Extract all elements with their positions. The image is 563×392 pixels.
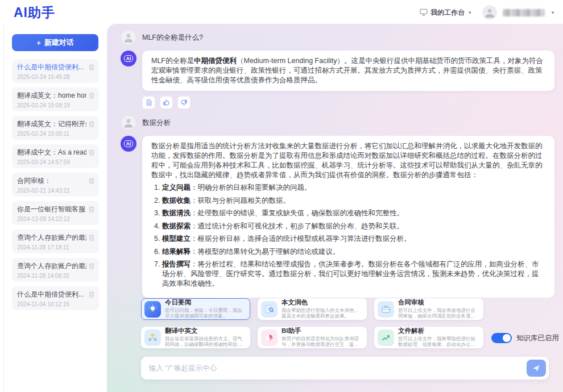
conversation-time: 2025-02-24 15:00:11 — [17, 131, 86, 137]
knowledge-base-label: 知识库已启用 — [516, 333, 559, 343]
trash-icon[interactable] — [88, 233, 95, 241]
sidebar: + 新建对话 什么是中期借贷便利... 2025-02-24 15:45:28 … — [0, 24, 107, 392]
ai-avatar: AI — [121, 51, 136, 66]
card-desc: 我会旨在保留原始信息的含义、语气和风格，以确保翻译的准确性和自然流畅。 — [165, 336, 245, 348]
app: AI助手 我的工作台 ▼ ▼ + 新建对话 什么是中期借贷便利... — [0, 0, 563, 392]
conversation-title: 翻译成英文：home home — [17, 91, 86, 101]
trash-icon[interactable] — [88, 63, 95, 70]
trash-icon[interactable] — [88, 205, 95, 212]
ai-message: AI MLF的全称是中期借贷便利（Medium-term Lending Fac… — [121, 51, 554, 91]
conversation-time: 2025-02-24 15:08:19 — [17, 102, 86, 109]
card-desc: 您可以上传文件，我将帮助您进行如数据处理、信息检索、自动化办公等。 — [398, 336, 478, 348]
list-item: 数据收集：获取与分析问题相关的数据。 — [162, 196, 545, 206]
user-avatar — [121, 30, 136, 45]
document-magnifier-icon — [261, 301, 278, 318]
ai-text-bold: 中期借贷便利 — [194, 57, 237, 65]
chat-area: MLF的全称是什么? AI MLF的全称是中期借贷便利（Medium-term … — [107, 24, 563, 298]
conversation-title: 查询个人存款账户的最新... — [17, 233, 86, 243]
conversation-time: 2025-02-24 14:57:59 — [17, 159, 86, 165]
trash-icon[interactable] — [88, 148, 95, 156]
chevron-down-icon[interactable]: ▼ — [550, 10, 555, 15]
send-button[interactable] — [527, 360, 546, 377]
message-actions — [142, 96, 554, 109]
card-desc: 您可以上传文件，我会有效地进行合同审核，确保合同满足您的业务需求。 — [398, 307, 478, 319]
ai-text: 数据分析是指用适当的统计分析方法对收集来的大量数据进行分析，将它们加以汇总和理解… — [151, 142, 543, 179]
top-header: AI助手 我的工作台 ▼ ▼ — [0, 0, 563, 24]
list-item: 结果解释：将模型的结果转化为易于理解的结论或建议。 — [162, 247, 545, 257]
conversation-item[interactable]: 翻译成英文：home home 2025-02-24 15:08:19 — [12, 87, 99, 111]
card-desc: 我会帮助您进行您输入的文本润色，提高文本的流畅度和表达效果。 — [282, 307, 362, 319]
ai-message-card: MLF的全称是中期借贷便利（Medium-term Lending Facili… — [142, 51, 554, 91]
card-bi-assistant[interactable]: BI助手 将用户的自然语言转化为SQL查询语句，并直接与数据库进行交互，返回智能… — [258, 327, 367, 348]
card-contract-review[interactable]: 合同审核 您可以上传文件，我会有效地进行合同审核，确保合同满足您的业务需求。 — [374, 298, 483, 320]
card-file-parse[interactable]: 文件解析 您可以上传文件，我将帮助您进行如数据处理、信息检索、自动化办公等。 — [374, 327, 483, 348]
ai-message-card: 数据分析是指用适当的统计分析方法对收集来的大量数据进行分析，将它们加以汇总和理解… — [142, 136, 554, 298]
card-title: 翻译中英文 — [165, 327, 245, 335]
conversation-title: 什么是中期借贷便利... — [17, 290, 86, 299]
new-chat-label: 新建对话 — [44, 37, 74, 48]
list-item: 数据清洗：处理数据中的错误、重复或缺失值，确保数据的准确性和完整性。 — [162, 208, 545, 218]
knowledge-base-toggle[interactable] — [491, 333, 512, 343]
card-title: 文件解析 — [398, 327, 478, 335]
card-daily-news[interactable]: 今日要闻 您可以问我，例如：今日要闻，我会尽力提供准确和可靠的答案。 — [141, 298, 250, 320]
conversation-title: 什么是中期借贷便利... — [17, 62, 86, 72]
chevron-down-icon: ▼ — [467, 10, 472, 15]
card-title: 合同审核 — [398, 299, 478, 307]
card-translate[interactable]: 翻译中英文 我会旨在保留原始信息的含义、语气和风格，以确保翻译的准确性和自然流畅… — [141, 327, 250, 348]
conversation-item[interactable]: 查询个人存款账户的最新... 2024-11-28 14:06:32 — [12, 258, 99, 282]
trash-icon[interactable] — [88, 262, 95, 269]
list-item: 数据探索：通过统计分析和可视化技术，初步了解数据的分布、趋势和关联。 — [162, 222, 545, 231]
copy-button[interactable] — [142, 96, 155, 109]
user-avatar[interactable] — [482, 5, 497, 20]
trash-icon[interactable] — [88, 91, 95, 99]
analysis-steps-list: 定义问题：明确分析的目标和需要解决的问题。 数据收集：获取与分析问题相关的数据。… — [151, 183, 545, 289]
user-message: MLF的全称是什么? — [121, 30, 554, 45]
thumbs-up-button[interactable] — [160, 96, 173, 109]
card-title: 今日要闻 — [165, 299, 245, 307]
conversation-time: 2024-11-28 14:06:32 — [17, 273, 86, 279]
message-input[interactable] — [149, 364, 527, 372]
plus-icon: + — [36, 39, 41, 47]
card-desc: 您可以问我，例如：今日要闻，我会尽力提供准确和可靠的答案。 — [165, 307, 245, 319]
workbench-label: 我的工作台 — [430, 8, 465, 18]
trash-icon[interactable] — [88, 290, 95, 298]
conversation-item[interactable]: 什么是中期借贷便利... 2025-02-24 15:45:28 — [12, 59, 99, 83]
app-logo: AI助手 — [14, 4, 55, 22]
thumbs-down-button[interactable] — [177, 96, 191, 109]
list-item: 定义问题：明确分析的目标和需要解决的问题。 — [162, 183, 545, 193]
card-desc: 将用户的自然语言转化为SQL查询语句，并直接与数据库进行交互，返回智能推荐的图表… — [282, 336, 362, 348]
conversation-time: 2025-02-24 15:45:28 — [17, 74, 86, 80]
translate-icon — [144, 330, 161, 346]
ai-text: MLF的全称是 — [151, 57, 194, 65]
card-title: 本文润色 — [282, 299, 362, 307]
user-message: 数据分析 — [121, 115, 554, 131]
trash-icon[interactable] — [88, 120, 95, 127]
conversation-item[interactable]: 什么是中期借贷便利... 2024-11-04 10:12:15 — [12, 286, 99, 310]
main-panel: MLF的全称是什么? AI MLF的全称是中期借贷便利（Medium-term … — [107, 24, 563, 392]
conversation-list: 什么是中期借贷便利... 2025-02-24 15:45:28 翻译成英文：h… — [2, 59, 107, 310]
conversation-title: 查询个人存款账户的最新... — [17, 261, 86, 271]
conversation-time: 2024-11-04 10:12:15 — [17, 301, 86, 307]
composer — [141, 357, 549, 380]
user-message-text: 数据分析 — [142, 118, 171, 128]
list-item: 报告撰写：将分析过程、结果和结论整理成报告，供决策者参考。数据分析在各个领域都有… — [162, 260, 545, 289]
conversation-item[interactable]: 翻译成中文：As a reader... 2025-02-24 14:57:59 — [12, 144, 99, 168]
conversation-item[interactable]: 查询个人存款账户的最新... 2024-11-28 17:18:11 — [12, 230, 99, 253]
conversation-item[interactable]: 你是一位银行智能客服，... 2024-12-09 14:22:12 — [12, 201, 99, 225]
new-chat-button[interactable]: + 新建对话 — [12, 34, 98, 51]
conversation-item[interactable]: 合同审核： 2025-02-21 14:43:21 — [12, 173, 99, 197]
workbench-menu[interactable]: 我的工作台 ▼ — [420, 8, 472, 18]
user-avatar — [121, 115, 136, 131]
conversation-time: 2024-12-09 14:22:12 — [17, 216, 86, 222]
username-redacted[interactable] — [503, 9, 545, 16]
ai-badge: AI — [124, 55, 133, 62]
conversation-item[interactable]: 翻译成英文：记得刚开始... 2025-02-24 15:00:11 — [12, 116, 99, 140]
lightbulb-icon — [144, 301, 161, 318]
feature-cards: 今日要闻 您可以问我，例如：今日要闻，我会尽力提供准确和可靠的答案。 本文润色 … — [141, 298, 483, 348]
ai-badge: AI — [124, 140, 133, 148]
conversation-title: 翻译成英文：记得刚开始... — [17, 119, 86, 129]
card-title: BI助手 — [282, 327, 362, 335]
card-text-polish[interactable]: 本文润色 我会帮助您进行您输入的文本润色，提高文本的流畅度和表达效果。 — [258, 298, 367, 320]
list-item: 模型建立：根据分析目标，选择合适的统计模型或机器学习算法进行数据分析。 — [162, 234, 545, 244]
trash-icon[interactable] — [88, 177, 95, 184]
